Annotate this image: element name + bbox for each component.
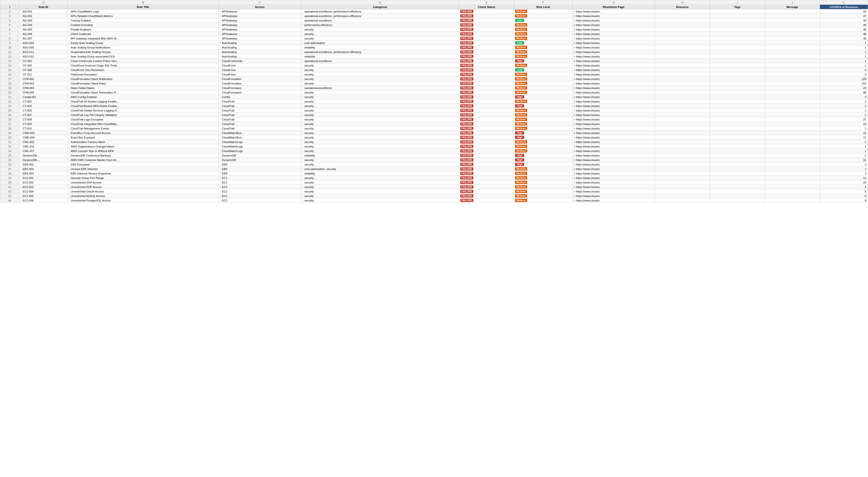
cell-rule-title[interactable]: −EBS Encrypted	[68, 162, 219, 167]
cell-resolution-page[interactable]: +https://www.cloudcc	[572, 180, 655, 185]
cell-resolution-page[interactable]: +https://www.cloudcc	[572, 68, 655, 72]
cell-tags[interactable]	[710, 104, 765, 108]
cell-risk-level[interactable]: Medium	[514, 9, 572, 14]
cell-message[interactable]	[765, 45, 820, 50]
cell-message[interactable]	[765, 63, 820, 68]
cell-service[interactable]: −APIGateway	[218, 36, 301, 41]
cell-tags[interactable]	[710, 108, 765, 113]
cell-resource[interactable]	[655, 104, 710, 108]
cell-rule-id[interactable]: −CC-001	[19, 59, 67, 63]
cell-resolution-page[interactable]: +https://www.cloudcc	[572, 99, 655, 104]
cell-resource[interactable]	[655, 32, 710, 36]
cell-rule-id[interactable]: −CF-011	[19, 72, 67, 77]
cell-resource[interactable]	[655, 122, 710, 126]
cell-risk-level[interactable]: Medium	[514, 72, 572, 77]
cell-tags[interactable]	[710, 41, 765, 45]
cell-check-status[interactable]: FAILURE	[459, 126, 514, 131]
cell-resolution-page[interactable]: +https://www.cloudcc	[572, 81, 655, 86]
cell-tags[interactable]	[710, 68, 765, 72]
cell-risk-level[interactable]: Medium	[514, 113, 572, 117]
cell-message[interactable]	[765, 117, 820, 122]
cell-resource[interactable]	[655, 153, 710, 158]
cell-tags[interactable]	[710, 185, 765, 189]
cell-service[interactable]: −CloudWatchLogs	[218, 140, 301, 144]
table-row[interactable]: 23 −CT-004 −CloudTrail Bucket MFA Delete…	[0, 104, 868, 108]
cell-rule-title[interactable]: −EBS Volumes Recent Snapshots	[68, 171, 219, 176]
cell-check-status[interactable]: FAILURE	[459, 68, 514, 72]
col-header-resource[interactable]: Resource	[655, 5, 710, 9]
cell-rule-title[interactable]: −Cloud Conformity Custom Policy Vers...	[68, 59, 219, 63]
cell-resource[interactable]	[655, 126, 710, 131]
cell-check-status[interactable]: FAILURE	[459, 63, 514, 68]
col-letter-b[interactable]: B	[68, 0, 219, 5]
cell-risk-level[interactable]: Medium	[514, 171, 572, 176]
table-row[interactable]: 14 −CF-002 −CloudFront Insecure Origin S…	[0, 63, 868, 68]
cell-categories[interactable]: −security	[301, 99, 459, 104]
cell-service[interactable]: −EC2	[218, 189, 301, 194]
cell-tags[interactable]	[710, 77, 765, 81]
cell-categories[interactable]: −operational-excellence, performance-eff…	[301, 14, 459, 18]
cell-resource[interactable]	[655, 99, 710, 104]
cell-resolution-page[interactable]: +https://www.cloudcc	[572, 41, 655, 45]
cell-resource[interactable]	[655, 189, 710, 194]
cell-risk-level[interactable]: High	[514, 135, 572, 140]
col-header-service[interactable]: Service	[218, 5, 301, 9]
cell-categories[interactable]: −reliability	[301, 54, 459, 59]
cell-resolution-page[interactable]: +https://www.cloudcc	[572, 149, 655, 153]
table-row[interactable]: 34 −DynamoDB-... −DynamoDB Continuous Ba…	[0, 153, 868, 158]
cell-resolution-page[interactable]: +https://www.cloudcc	[572, 162, 655, 167]
col-letter-a[interactable]: A	[19, 0, 67, 5]
table-row[interactable]: 32 −CWL-016 −AWS Organizations Changes A…	[0, 144, 868, 149]
cell-check-status[interactable]: FAILURE	[459, 77, 514, 81]
cell-rule-id[interactable]: −CF-002	[19, 63, 67, 68]
cell-rule-id[interactable]: −EC2-004	[19, 189, 67, 194]
cell-service[interactable]: −DynamoDB	[218, 158, 301, 162]
cell-rule-title[interactable]: −Auto Scaling Group Notifications	[68, 45, 219, 50]
cell-resource[interactable]	[655, 68, 710, 72]
cell-categories[interactable]: −security	[301, 176, 459, 180]
cell-service[interactable]: −CloudFormation	[218, 90, 301, 95]
cell-tags[interactable]	[710, 45, 765, 50]
cell-categories[interactable]: −security	[301, 36, 459, 41]
cell-resolution-page[interactable]: +https://www.cloudcc	[572, 59, 655, 63]
cell-risk-level[interactable]: Low	[514, 18, 572, 23]
cell-risk-level[interactable]: High	[514, 131, 572, 135]
cell-rule-title[interactable]: −Tracing Enabled	[68, 18, 219, 23]
cell-rule-id[interactable]: −CWE-004	[19, 135, 67, 140]
table-row[interactable]: 31 −CWL-002 −Authorization Failures Alar…	[0, 140, 868, 144]
col-letter-i[interactable]: I	[710, 0, 765, 5]
table-row[interactable]: 11 −ASG-011 −Suspended Auto Scaling Grou…	[0, 50, 868, 54]
col-header-counta[interactable]: COUNTA of Resource	[820, 5, 868, 9]
cell-resource[interactable]	[655, 140, 710, 144]
table-row[interactable]: 19 −CFM-004 −Stack Failed Status −CloudF…	[0, 86, 868, 90]
table-row[interactable]: 28 −CT-010 −CloudTrail Management Events…	[0, 126, 868, 131]
cell-message[interactable]	[765, 171, 820, 176]
cell-service[interactable]: −APIGateway	[218, 23, 301, 27]
cell-rule-id[interactable]: −EBS-001	[19, 162, 67, 167]
cell-categories[interactable]: −security	[301, 140, 459, 144]
cell-risk-level[interactable]: Medium	[514, 77, 572, 81]
cell-service[interactable]: −EBS	[218, 162, 301, 167]
col-header-rule-id[interactable]: Rule ID	[19, 5, 67, 9]
cell-service[interactable]: −EBS	[218, 167, 301, 171]
cell-rule-id[interactable]: −DynamoDB-...	[19, 158, 67, 162]
cell-rule-id[interactable]: −AG-006	[19, 32, 67, 36]
table-row[interactable]: 4 −AG-003 −Tracing Enabled −APIGateway −…	[0, 18, 868, 23]
cell-rule-title[interactable]: −CloudFormation Stack Termination Pr...	[68, 90, 219, 95]
cell-rule-title[interactable]: −Client Certificate	[68, 32, 219, 36]
cell-categories[interactable]: −reliability	[301, 171, 459, 176]
cell-rule-id[interactable]: −EC2-002	[19, 180, 67, 185]
cell-rule-title[interactable]: −Unused EBS Volumes	[68, 167, 219, 171]
cell-check-status[interactable]: FAILURE	[459, 27, 514, 32]
cell-tags[interactable]	[710, 9, 765, 14]
table-row[interactable]: 22 −CT-002 −CloudTrail S3 Bucket Logging…	[0, 99, 868, 104]
cell-resolution-page[interactable]: +https://www.cloudcc	[572, 90, 655, 95]
cell-check-status[interactable]: FAILURE	[459, 185, 514, 189]
table-row[interactable]: 40 −EC2-002 −Unrestricted SSH Access −EC…	[0, 180, 868, 185]
cell-check-status[interactable]: FAILURE	[459, 198, 514, 203]
cell-check-status[interactable]: FAILURE	[459, 72, 514, 77]
table-row[interactable]: 41 −EC2-003 −Unrestricted RDP Access −EC…	[0, 185, 868, 189]
cell-categories[interactable]: −security	[301, 198, 459, 203]
cell-check-status[interactable]: FAILURE	[459, 104, 514, 108]
cell-rule-id[interactable]: −CFM-001	[19, 77, 67, 81]
